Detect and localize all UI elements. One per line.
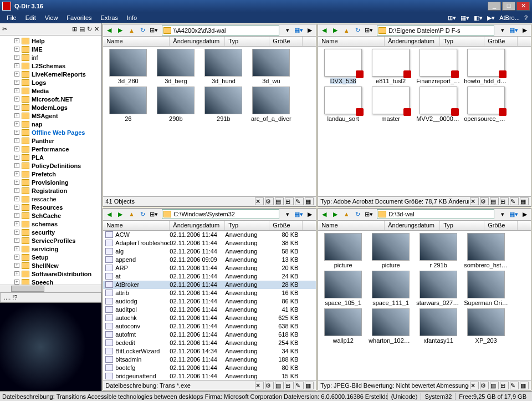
thumb-item[interactable]: 290b [153, 87, 198, 122]
sb-icon[interactable]: ✎ [295, 197, 304, 205]
dropdown-icon[interactable]: ▾ [283, 26, 293, 35]
expand-icon[interactable]: + [14, 55, 19, 60]
tree-node[interactable]: +nap [1, 120, 100, 128]
file-row[interactable]: BitLockerWizard02.11.2006 14:34Anwendung… [103, 347, 316, 356]
up-icon[interactable]: ▲ [126, 209, 136, 219]
maximize-button[interactable]: □ [502, 2, 515, 11]
thumb-item[interactable]: space_105_1 [320, 271, 366, 306]
file-row[interactable]: at02.11.2006 11:44Anwendung24 KB [103, 272, 316, 281]
sb-icon[interactable]: ⚙ [265, 382, 274, 389]
thumb-item[interactable]: space_111_1 [368, 271, 413, 306]
thumb-item[interactable]: e811_tusl2 [368, 49, 413, 84]
up-icon[interactable]: ▲ [341, 209, 351, 219]
minimize-button[interactable]: _ [488, 2, 501, 11]
expand-icon[interactable]: + [14, 130, 19, 135]
tree-node[interactable]: +Resources [1, 203, 100, 211]
tree-node[interactable]: +Offline Web Pages [1, 128, 100, 136]
file-row[interactable]: autofmt02.11.2006 11:44Anwendung618 KB [103, 331, 316, 339]
back-icon[interactable]: ◀ [104, 26, 114, 35]
fwd-icon[interactable]: ▶ [330, 209, 340, 219]
view-icon[interactable]: ◧▾ [472, 13, 485, 23]
refresh-icon[interactable]: ↻ [352, 26, 362, 35]
thumb-item[interactable]: Finanzreport_Nr[1... [416, 49, 461, 84]
sb-icon[interactable]: ▦ [520, 382, 529, 389]
tree-node[interactable]: +Panther [1, 136, 100, 145]
file-row[interactable]: AdapterTroubleshooter02.11.2006 11:44Anw… [103, 239, 316, 247]
thumb-item[interactable]: master [368, 87, 413, 122]
sb-icon[interactable]: ⚙ [480, 382, 489, 389]
col-date[interactable]: Änderungsdatum [170, 37, 225, 46]
thumbs-view[interactable]: picturepicturer 291bsombrero_hst_bigspac… [318, 231, 531, 346]
file-row[interactable]: alg02.11.2006 11:44Anwendung58 KB [103, 247, 316, 256]
col-type[interactable]: Typ [225, 221, 269, 230]
layout-icon[interactable]: ⊞▾ [446, 13, 458, 23]
expand-icon[interactable]: + [14, 97, 19, 101]
file-row[interactable]: append02.11.2006 09:09Anwendung13 KB [103, 256, 316, 264]
col-name[interactable]: Name [103, 221, 170, 230]
file-row[interactable]: autoconv02.11.2006 11:44Anwendung638 KB [103, 322, 316, 331]
tree-node[interactable]: +Help [1, 37, 100, 45]
expand-icon[interactable]: + [14, 163, 19, 168]
help-icon[interactable]: ? [522, 13, 530, 22]
go-icon[interactable]: ▶ [305, 26, 315, 35]
expand-icon[interactable]: + [14, 238, 19, 243]
sb-icon[interactable]: ⊞ [500, 382, 509, 389]
sb-icon[interactable]: ▤ [275, 382, 284, 389]
tree-node[interactable]: +LiveKernelReports [1, 70, 100, 78]
file-list[interactable]: ACW02.11.2006 11:44Anwendung80 KBAdapter… [103, 231, 316, 380]
sb-icon[interactable]: ✕ [255, 197, 264, 205]
file-row[interactable]: bitsadmin02.11.2006 11:44Anwendung188 KB [103, 356, 316, 364]
file-row[interactable]: ARP02.11.2006 11:44Anwendung20 KB [103, 264, 316, 272]
dropdown-icon[interactable]: ▾ [498, 209, 508, 219]
file-row[interactable]: autochk02.11.2006 11:44Anwendung625 KB [103, 314, 316, 322]
sb-icon[interactable]: ▤ [490, 197, 499, 205]
sb-icon[interactable]: ✎ [510, 382, 519, 389]
col-size[interactable]: Größe [269, 37, 303, 46]
expand-icon[interactable]: + [14, 47, 19, 52]
tree-node[interactable]: +SchCache [1, 211, 100, 220]
close-button[interactable]: ✕ [516, 2, 530, 11]
thumb-item[interactable]: Superman Original [463, 271, 509, 306]
thumb-item[interactable]: MVV2__000011a3 [416, 87, 461, 122]
tree-node[interactable]: +MSAgent [1, 111, 100, 120]
tree-node[interactable]: +SoftwareDistribution [1, 270, 100, 278]
sb-icon[interactable]: ⊞ [500, 197, 509, 205]
address-bar[interactable]: D:\3d-wal [377, 209, 494, 219]
expand-icon[interactable]: + [14, 205, 19, 210]
col-name[interactable]: Name [103, 37, 170, 46]
menu-file[interactable]: File [2, 13, 21, 22]
expand-icon[interactable]: + [14, 263, 19, 268]
file-row[interactable]: bridgeunattend02.11.2006 11:44Anwendung1… [103, 372, 316, 380]
menu-info[interactable]: Info [122, 13, 141, 22]
thumb-item[interactable]: DVX_538 [320, 49, 366, 84]
expand-icon[interactable]: + [14, 221, 19, 226]
sb-icon[interactable]: ⚙ [265, 197, 274, 205]
thumb-item[interactable]: 3d_280 [105, 49, 151, 84]
x-icon[interactable]: ✕ [94, 26, 99, 33]
tree-node[interactable]: +Performance [1, 145, 100, 153]
sb-icon[interactable]: ⊞ [285, 382, 294, 389]
thumb-item[interactable]: starwars_027_1024 [416, 271, 461, 306]
tree-node[interactable]: +Microsoft.NET [1, 95, 100, 103]
tree-node[interactable]: +Media [1, 87, 100, 95]
tree-node[interactable]: +Prefetch [1, 170, 100, 178]
expand-icon[interactable]: + [14, 72, 19, 77]
tree-node[interactable]: +Speech [1, 278, 100, 285]
fwd-icon[interactable]: ▶ [115, 26, 125, 35]
tree-node[interactable]: +PolicyDefinitions [1, 161, 100, 170]
expand-icon[interactable]: + [14, 155, 19, 160]
expand-icon[interactable]: + [14, 180, 19, 185]
go-icon[interactable]: ▶ [305, 209, 315, 219]
thumb-item[interactable]: 3d_hund [201, 49, 246, 84]
tree-node[interactable]: +Logs [1, 78, 100, 87]
thumbs-view[interactable]: 3d_2803d_berg3d_hund3d_wü26290b291barc_o… [103, 47, 316, 124]
file-row[interactable]: auditpol02.11.2006 11:44Anwendung41 KB [103, 306, 316, 314]
menu-edit[interactable]: Edit [21, 13, 40, 22]
thumb-item[interactable]: 291b [201, 87, 246, 122]
fav-icon[interactable]: ▦▾ [509, 209, 519, 219]
col-size[interactable]: Größe [484, 37, 518, 46]
tree-node[interactable]: +ServiceProfiles [1, 236, 100, 245]
expand-icon[interactable]: + [14, 121, 19, 126]
folder-tree[interactable]: +Help+IME+inf+L2Schemas+LiveKernelReport… [0, 35, 101, 285]
sb-icon[interactable]: ▦ [520, 197, 529, 205]
